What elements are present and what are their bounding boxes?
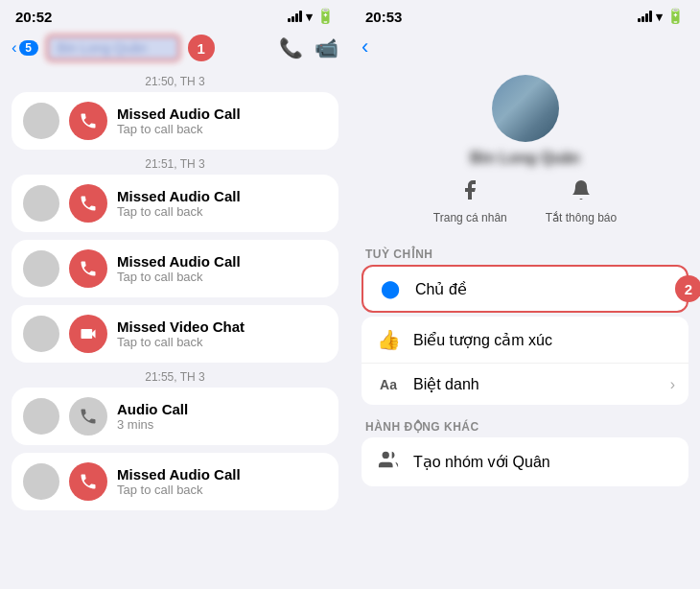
emoji-menu: 👍 Biểu tượng cảm xúc Aa Biệt danh › <box>362 317 688 405</box>
other-menu: Tạo nhóm với Quân <box>362 437 688 486</box>
right-header: ‹ <box>350 29 700 67</box>
call-title-2: Missed Audio Call <box>117 188 241 204</box>
theme-menu-item[interactable]: ⬤ Chủ đề <box>362 265 688 313</box>
call-title-5: Audio Call <box>117 401 188 417</box>
chat-list: 21:50, TH 3 Missed Audio Call Tap to cal… <box>0 69 350 589</box>
theme-item[interactable]: ⬤ Chủ đề <box>363 267 687 311</box>
missed-audio-icon-1 <box>69 102 107 140</box>
right-battery-icon: 🔋 <box>666 8 685 25</box>
call-item-2[interactable]: Missed Audio Call Tap to call back <box>12 175 338 232</box>
back-button[interactable]: ‹ 5 <box>12 38 38 58</box>
call-subtitle-6: Tap to call back <box>117 483 241 497</box>
profile-actions: Trang cá nhân Tắt thông báo <box>433 178 617 224</box>
theme-label: Chủ đề <box>415 280 673 298</box>
missed-audio-icon-6 <box>69 462 107 501</box>
nickname-item[interactable]: Aa Biệt danh › <box>362 364 688 405</box>
call-subtitle-2: Tap to call back <box>117 204 241 219</box>
call-item-3[interactable]: Missed Audio Call Tap to call back <box>12 240 338 297</box>
avatar-3 <box>23 250 59 287</box>
avatar-1 <box>23 103 59 139</box>
missed-video-icon <box>69 315 107 353</box>
call-subtitle-3: Tap to call back <box>117 270 241 284</box>
right-back-button[interactable]: ‹ <box>362 35 368 59</box>
missed-audio-icon-3 <box>69 249 107 288</box>
svg-point-0 <box>383 452 389 459</box>
call-details-5: Audio Call 3 mins <box>117 401 188 432</box>
call-subtitle-1: Tap to call back <box>117 122 241 136</box>
back-chevron-icon: ‹ <box>12 38 17 58</box>
profile-action-page-label: Trang cá nhân <box>433 211 507 224</box>
timestamp-2: 21:51, TH 3 <box>12 157 338 171</box>
group-icon <box>375 449 402 475</box>
avatar-2 <box>23 185 59 222</box>
left-panel: 20:52 ▾ 🔋 ‹ 5 Bin Long Quân 1 📞 📹 21:50,… <box>0 0 350 589</box>
call-item-5[interactable]: Audio Call 3 mins <box>12 388 338 445</box>
emoji-label: Biểu tượng cảm xúc <box>413 331 675 349</box>
video-call-button[interactable]: 📹 <box>315 36 338 59</box>
step1-badge: 1 <box>188 35 215 61</box>
call-details-4: Missed Video Chat Tap to call back <box>117 318 245 349</box>
theme-item-wrapper: ⬤ Chủ đề 2 <box>362 265 688 313</box>
create-group-label: Tạo nhóm với Quân <box>413 453 675 471</box>
right-signal-icon <box>638 11 652 22</box>
section-customize-label: TUỲ CHỈNH <box>350 240 700 265</box>
profile-avatar <box>492 75 559 142</box>
call-details-6: Missed Audio Call Tap to call back <box>117 466 241 497</box>
nickname-label: Biệt danh <box>413 375 659 393</box>
call-details-3: Missed Audio Call Tap to call back <box>117 253 241 284</box>
facebook-icon <box>458 178 481 207</box>
step2-badge: 2 <box>675 275 700 302</box>
left-time: 20:52 <box>15 9 52 25</box>
right-time: 20:53 <box>365 9 402 25</box>
timestamp-1: 21:50, TH 3 <box>12 75 338 88</box>
call-title-4: Missed Video Chat <box>117 318 245 335</box>
call-title-6: Missed Audio Call <box>117 466 241 483</box>
back-badge: 5 <box>19 40 38 56</box>
avatar-5 <box>23 398 59 435</box>
missed-audio-icon-2 <box>69 184 107 223</box>
timestamp-3: 21:55, TH 3 <box>12 370 338 384</box>
header-actions: 📞 📹 <box>279 36 338 59</box>
profile-action-mute[interactable]: Tắt thông báo <box>546 178 617 224</box>
left-status-icons: ▾ 🔋 <box>288 8 335 25</box>
call-subtitle-4: Tap to call back <box>117 335 245 349</box>
profile-name: Bin Long Quân <box>470 150 580 167</box>
call-details-1: Missed Audio Call Tap to call back <box>117 106 241 136</box>
call-item-6[interactable]: Missed Audio Call Tap to call back <box>12 453 338 510</box>
call-title-1: Missed Audio Call <box>117 106 241 122</box>
right-panel: 20:53 ▾ 🔋 ‹ Bin Long Quân Trang c <box>350 0 700 589</box>
profile-section: Bin Long Quân Trang cá nhân Tắt thông bá… <box>350 67 700 240</box>
audio-icon <box>69 397 107 436</box>
chevron-right-icon: › <box>670 376 675 393</box>
call-details-2: Missed Audio Call Tap to call back <box>117 188 241 219</box>
profile-avatar-image <box>492 75 559 142</box>
avatar-6 <box>23 463 59 500</box>
signal-icon <box>288 11 302 22</box>
battery-icon: 🔋 <box>316 8 335 25</box>
thumbsup-icon: 👍 <box>375 328 402 351</box>
bell-icon <box>570 178 593 207</box>
create-group-item[interactable]: Tạo nhóm với Quân <box>362 437 688 486</box>
profile-action-page[interactable]: Trang cá nhân <box>433 178 507 224</box>
avatar-4 <box>23 316 59 352</box>
contact-name-box: Bin Long Quân <box>46 35 180 61</box>
wifi-icon: ▾ <box>306 10 313 24</box>
right-status-icons: ▾ 🔋 <box>638 8 685 25</box>
theme-circle-icon: ⬤ <box>377 278 404 299</box>
left-header: ‹ 5 Bin Long Quân 1 📞 📹 <box>0 29 350 69</box>
emoji-item[interactable]: 👍 Biểu tượng cảm xúc <box>362 317 688 364</box>
right-wifi-icon: ▾ <box>656 10 663 24</box>
call-subtitle-5: 3 mins <box>117 417 188 432</box>
section-other-label: HÀNH ĐỘNG KHÁC <box>350 412 700 437</box>
aa-icon: Aa <box>375 377 402 392</box>
audio-call-button[interactable]: 📞 <box>279 36 303 59</box>
call-title-3: Missed Audio Call <box>117 253 241 270</box>
profile-action-mute-label: Tắt thông báo <box>546 211 617 224</box>
left-status-bar: 20:52 ▾ 🔋 <box>0 0 350 29</box>
call-item-1[interactable]: Missed Audio Call Tap to call back <box>12 92 338 150</box>
call-item-4[interactable]: Missed Video Chat Tap to call back <box>12 305 338 363</box>
right-status-bar: 20:53 ▾ 🔋 <box>350 0 700 29</box>
